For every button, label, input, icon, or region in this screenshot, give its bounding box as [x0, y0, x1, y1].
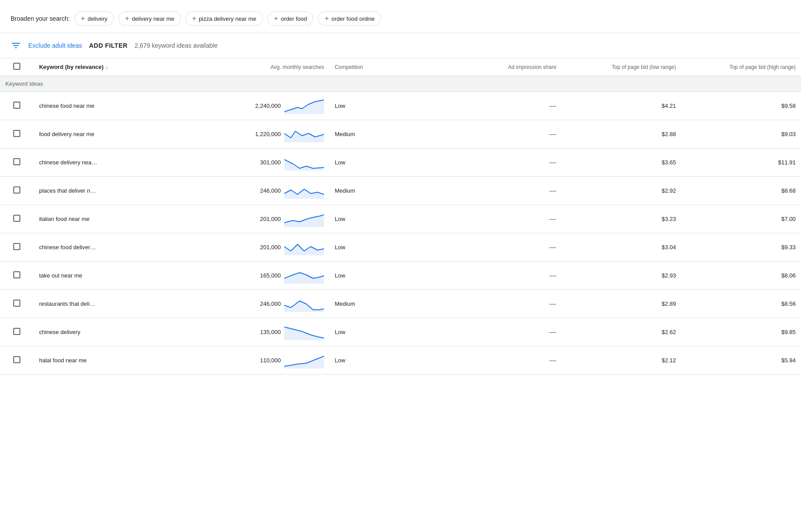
competition-cell-7: Medium — [329, 290, 442, 318]
topbid-high-cell-0: $9.58 — [681, 92, 801, 120]
broaden-chip-label-0: delivery — [88, 15, 107, 22]
row-checkbox-2[interactable] — [13, 158, 20, 165]
impression-cell-8: — — [442, 318, 562, 346]
topbid-low-cell-5: $3.04 — [562, 233, 682, 262]
row-checkbox-cell-8[interactable] — [0, 318, 34, 346]
avg-number-5: 201,000 — [250, 244, 281, 251]
keyword-cell-0: chinese food near me — [34, 92, 174, 120]
topbid-high-header[interactable]: Top of page bid (high range) — [681, 58, 801, 76]
add-filter-button[interactable]: ADD FILTER — [89, 42, 127, 49]
avg-header-label: Avg. monthly searches — [271, 64, 324, 70]
impression-cell-6: — — [442, 262, 562, 290]
competition-cell-8: Low — [329, 318, 442, 346]
impression-cell-4: — — [442, 205, 562, 233]
avg-cell-9: 110,000 — [175, 346, 329, 375]
row-checkbox-cell-5[interactable] — [0, 233, 34, 262]
keyword-cell-5: chinese food deliver… — [34, 233, 174, 262]
topbid-low-cell-8: $2.62 — [562, 318, 682, 346]
plus-icon-2: + — [192, 15, 196, 23]
row-checkbox-cell-0[interactable] — [0, 92, 34, 120]
competition-cell-3: Medium — [329, 177, 442, 205]
broaden-chip-0[interactable]: + delivery — [74, 11, 114, 26]
keyword-cell-3: places that deliver n… — [34, 177, 174, 205]
broaden-chip-label-4: order food online — [332, 15, 375, 22]
keyword-cell-1: food delivery near me — [34, 120, 174, 148]
sparkline-3 — [284, 181, 324, 200]
sparkline-6 — [284, 266, 324, 285]
row-checkbox-cell-7[interactable] — [0, 290, 34, 318]
row-checkbox-6[interactable] — [13, 271, 20, 278]
row-checkbox-cell-9[interactable] — [0, 346, 34, 375]
broaden-search-bar: Broaden your search: + delivery + delive… — [0, 7, 801, 33]
table-row: chinese delivery nea… 301,000 Low — $3.6… — [0, 148, 801, 177]
avg-number-8: 135,000 — [250, 329, 281, 335]
topbid-high-cell-5: $9.33 — [681, 233, 801, 262]
row-checkbox-8[interactable] — [13, 328, 20, 335]
row-checkbox-1[interactable] — [13, 130, 20, 137]
table-row: italian food near me 201,000 Low — $3.23… — [0, 205, 801, 233]
impression-cell-5: — — [442, 233, 562, 262]
row-checkbox-cell-4[interactable] — [0, 205, 34, 233]
impression-cell-0: — — [442, 92, 562, 120]
keyword-count: 2,679 keyword ideas available — [135, 42, 218, 49]
broaden-label: Broaden your search: — [11, 15, 70, 22]
impression-cell-3: — — [442, 177, 562, 205]
broaden-chip-label-3: order food — [281, 15, 307, 22]
avg-cell-3: 246,000 — [175, 177, 329, 205]
select-all-header[interactable] — [0, 58, 34, 76]
sparkline-9 — [284, 351, 324, 370]
exclude-adult-link[interactable]: Exclude adult ideas — [28, 42, 82, 49]
avg-searches-header[interactable]: Avg. monthly searches — [175, 58, 329, 76]
sparkline-7 — [284, 294, 324, 313]
row-checkbox-7[interactable] — [13, 300, 20, 307]
keyword-cell-2: chinese delivery nea… — [34, 148, 174, 177]
avg-number-3: 246,000 — [250, 187, 281, 194]
avg-number-9: 110,000 — [250, 357, 281, 364]
table-row: chinese delivery 135,000 Low — $2.62 $9.… — [0, 318, 801, 346]
impression-header[interactable]: Ad impression share — [442, 58, 562, 76]
broaden-chip-label-2: pizza delivery near me — [199, 15, 256, 22]
table-row: food delivery near me 1,220,000 Medium —… — [0, 120, 801, 148]
row-checkbox-cell-1[interactable] — [0, 120, 34, 148]
row-checkbox-5[interactable] — [13, 243, 20, 250]
topbid-high-cell-4: $7.00 — [681, 205, 801, 233]
row-checkbox-cell-2[interactable] — [0, 148, 34, 177]
select-all-checkbox[interactable] — [13, 63, 20, 70]
plus-icon-4: + — [324, 15, 328, 23]
table-row: halal food near me 110,000 Low — $2.12 $… — [0, 346, 801, 375]
avg-number-6: 165,000 — [250, 272, 281, 279]
row-checkbox-3[interactable] — [13, 186, 20, 194]
topbid-low-cell-4: $3.23 — [562, 205, 682, 233]
sparkline-1 — [284, 125, 324, 144]
broaden-chip-3[interactable]: + order food — [267, 11, 314, 26]
row-checkbox-0[interactable] — [13, 102, 20, 109]
impression-cell-7: — — [442, 290, 562, 318]
row-checkbox-cell-6[interactable] — [0, 262, 34, 290]
avg-cell-4: 201,000 — [175, 205, 329, 233]
avg-cell-0: 2,240,000 — [175, 92, 329, 120]
topbid-high-cell-8: $9.85 — [681, 318, 801, 346]
competition-header-label: Competition — [335, 64, 363, 70]
keyword-cell-6: take out near me — [34, 262, 174, 290]
competition-cell-5: Low — [329, 233, 442, 262]
avg-number-2: 301,000 — [250, 159, 281, 166]
row-checkbox-4[interactable] — [13, 215, 20, 222]
topbid-low-header[interactable]: Top of page bid (low range) — [562, 58, 682, 76]
competition-header[interactable]: Competition — [329, 58, 442, 76]
filter-icon — [11, 40, 21, 51]
broaden-chip-4[interactable]: + order food online — [318, 11, 381, 26]
topbid-high-cell-2: $11.91 — [681, 148, 801, 177]
sort-arrow-icon: ↓ — [105, 64, 108, 70]
row-checkbox-cell-3[interactable] — [0, 177, 34, 205]
competition-cell-2: Low — [329, 148, 442, 177]
keyword-ideas-section-row: Keyword ideas — [0, 76, 801, 92]
broaden-chip-1[interactable]: + delivery near me — [118, 11, 181, 26]
topbid-low-cell-1: $2.88 — [562, 120, 682, 148]
broaden-chip-2[interactable]: + pizza delivery near me — [185, 11, 263, 26]
filter-bar: Exclude adult ideas ADD FILTER 2,679 key… — [0, 33, 801, 58]
row-checkbox-9[interactable] — [13, 356, 20, 363]
keyword-header[interactable]: Keyword (by relevance) ↓ — [34, 58, 174, 76]
avg-cell-1: 1,220,000 — [175, 120, 329, 148]
sparkline-0 — [284, 96, 324, 115]
topbid-low-cell-3: $2.92 — [562, 177, 682, 205]
